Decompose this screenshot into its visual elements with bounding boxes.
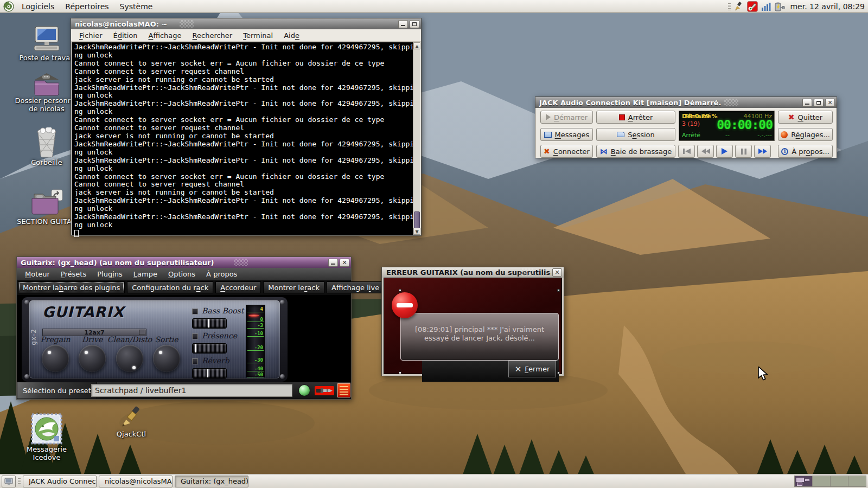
panel-menu-repertoires[interactable]: Répertoires — [60, 1, 114, 12]
guitarix-window: Guitarix: (gx_head) (au nom du superutil… — [16, 256, 352, 400]
audio-app-tray-icon[interactable] — [747, 1, 758, 12]
menu-plugins[interactable]: Plugins — [92, 268, 128, 280]
error-dialog-titlebar[interactable]: ERREUR GUITARIX (au nom du superutilisat… — [382, 267, 564, 278]
jack-messages-button[interactable]: Messages — [540, 128, 593, 141]
taskbar-grip[interactable] — [18, 477, 21, 485]
jack-titlebar[interactable]: JACK Audio Connection Kit [maison] Démar… — [535, 97, 837, 108]
desktop-icon-messagerie-icedove[interactable]: Messagerie Icedove — [13, 413, 80, 462]
connect-icon: ✖ — [544, 147, 550, 156]
distro-logo-icon[interactable] — [3, 1, 14, 12]
power-battery-tray-icon[interactable] — [774, 1, 785, 12]
jack-patchbay-button[interactable]: ⋈ Baie de brassage — [596, 145, 675, 158]
jack-start-button[interactable]: Démarrer — [540, 111, 593, 124]
menu-edition[interactable]: Édition — [108, 30, 143, 41]
terminal-menubar: Fichier Édition Affichage Rechercher Ter… — [71, 29, 421, 42]
transport-rewind-start-button[interactable] — [678, 145, 695, 158]
workspace-3[interactable] — [831, 476, 848, 486]
terminal-scrollbar[interactable]: ▲ ▼ — [413, 42, 420, 235]
presence-roller[interactable] — [192, 343, 227, 354]
clean-disto-knob[interactable] — [116, 345, 143, 372]
amp-panel: GUITARIX gx-2 12ax7 Pregain Drive Clean/… — [17, 295, 350, 384]
menu-affichage[interactable]: Affichage — [143, 30, 187, 41]
resize-handle[interactable] — [399, 371, 401, 374]
panel-menu-logiciels[interactable]: Logiciels — [16, 1, 60, 12]
bass-boost-checkbox[interactable] — [192, 309, 198, 314]
toolbar-montrer-rack[interactable]: Montrer le rack — [263, 281, 324, 293]
maximize-button[interactable] — [410, 20, 419, 28]
desktop-icon-qjackctl[interactable]: QjackCtl — [98, 406, 165, 439]
menu-fichier[interactable]: Fichier — [74, 30, 108, 41]
tube-selector-button[interactable] — [139, 330, 145, 335]
taskbar-item-jack[interactable]: JACK Audio Connectio... — [23, 476, 97, 487]
presence-checkbox[interactable] — [192, 333, 198, 339]
minimize-button[interactable] — [328, 259, 338, 267]
reverb-checkbox[interactable] — [192, 358, 198, 364]
patchbay-icon: ⋈ — [600, 147, 608, 156]
jack-connect-button[interactable]: ✖ Connecter — [540, 145, 593, 158]
taskbar-item-guitarix[interactable]: Guitarix: (gx_head) (a... — [175, 476, 248, 487]
bass-boost-roller[interactable] — [192, 318, 227, 329]
workspace-1[interactable] — [795, 476, 813, 486]
menu-a-propos[interactable]: À propos — [201, 268, 242, 280]
scroll-up-icon[interactable]: ▲ — [413, 42, 420, 49]
workspace-2[interactable] — [813, 476, 831, 486]
menu-aide[interactable]: Aide — [278, 30, 305, 41]
titlebar-decoration — [724, 99, 738, 106]
jack-connect-label: Connecter — [553, 147, 590, 156]
toolbar-configuration-rack[interactable]: Configuration du rack — [127, 281, 213, 293]
scroll-down-icon[interactable]: ▼ — [413, 228, 420, 235]
jack-stop-button[interactable]: Arrêter — [596, 111, 675, 124]
workspace-4[interactable] — [848, 476, 866, 486]
terminal-cursor — [74, 230, 79, 237]
guitarix-titlebar[interactable]: Guitarix: (gx_head) (au nom du superutil… — [17, 257, 351, 268]
menu-rechercher[interactable]: Rechercher — [187, 30, 238, 41]
pregain-knob[interactable] — [42, 345, 69, 372]
menu-moteur[interactable]: Moteur — [20, 268, 55, 280]
panel-menu-systeme[interactable]: Système — [114, 1, 158, 12]
fermer-button[interactable]: ✕ Fermer — [508, 361, 556, 377]
preset-bar: Sélection du preset — [17, 382, 350, 399]
transport-forward-button[interactable] — [754, 145, 771, 158]
show-desktop-button[interactable] — [2, 476, 16, 487]
jack-quit-button[interactable]: ✖ Quitter — [778, 111, 833, 124]
resize-handle[interactable] — [557, 371, 560, 374]
jack-setup-button[interactable]: Réglages... — [778, 128, 833, 141]
terminal-titlebar[interactable]: nicolas@nicolasMAO: ~ — [71, 18, 421, 29]
taskbar-item-label: JACK Audio Connectio... — [29, 477, 97, 485]
close-button[interactable]: ✕ — [825, 99, 835, 107]
trash-icon — [33, 127, 61, 158]
menu-options[interactable]: Options — [163, 268, 201, 280]
preset-input[interactable] — [91, 384, 292, 397]
jack-about-button[interactable]: i À propos... — [778, 145, 833, 158]
panel-clock[interactable]: mer. 12 avril, 08:29 — [790, 2, 865, 11]
reverb-roller[interactable] — [192, 368, 227, 378]
close-button[interactable]: ✕ — [552, 268, 562, 277]
maximize-button[interactable] — [814, 99, 824, 107]
resize-handle[interactable] — [557, 289, 560, 292]
terminal-output[interactable]: JackShmReadWritePtr::~JackShmReadWritePt… — [72, 42, 420, 235]
toolbar-affichage-live[interactable]: Affichage live — [327, 281, 384, 293]
resize-handle[interactable] — [399, 289, 401, 292]
menu-terminal[interactable]: Terminal — [238, 30, 278, 41]
close-button[interactable]: ✕ — [340, 259, 349, 267]
toolbar-montrer-barre-plugins[interactable]: Montrer la barre des plugins — [18, 281, 125, 293]
menu-presets[interactable]: Présets — [55, 268, 92, 280]
transport-rewind-button[interactable] — [697, 145, 714, 158]
bar-chart-tray-icon[interactable] — [761, 1, 771, 12]
jack-session-button[interactable]: Session — [596, 128, 675, 141]
sortie-knob[interactable] — [153, 345, 180, 372]
tray-grip[interactable] — [728, 2, 731, 10]
toolbar-accordeur[interactable]: Accordeur — [215, 281, 261, 293]
transport-pause-button[interactable] — [735, 145, 752, 158]
transport-play-button[interactable] — [716, 145, 733, 158]
minimize-button[interactable] — [398, 20, 408, 28]
lcd-session-time: -.-.--- — [757, 132, 772, 139]
jack-plug-icon[interactable] — [315, 386, 334, 395]
scrollbar-thumb[interactable] — [414, 211, 420, 230]
stylus-tray-icon[interactable] — [733, 1, 744, 12]
menu-lampe[interactable]: Lampe — [128, 268, 163, 280]
taskbar-item-terminal[interactable]: nicolas@nicolasMAO: ~ — [99, 476, 173, 487]
guitarix-badge-icon[interactable] — [337, 383, 350, 397]
drive-knob[interactable] — [79, 345, 106, 372]
minimize-button[interactable] — [802, 99, 812, 107]
